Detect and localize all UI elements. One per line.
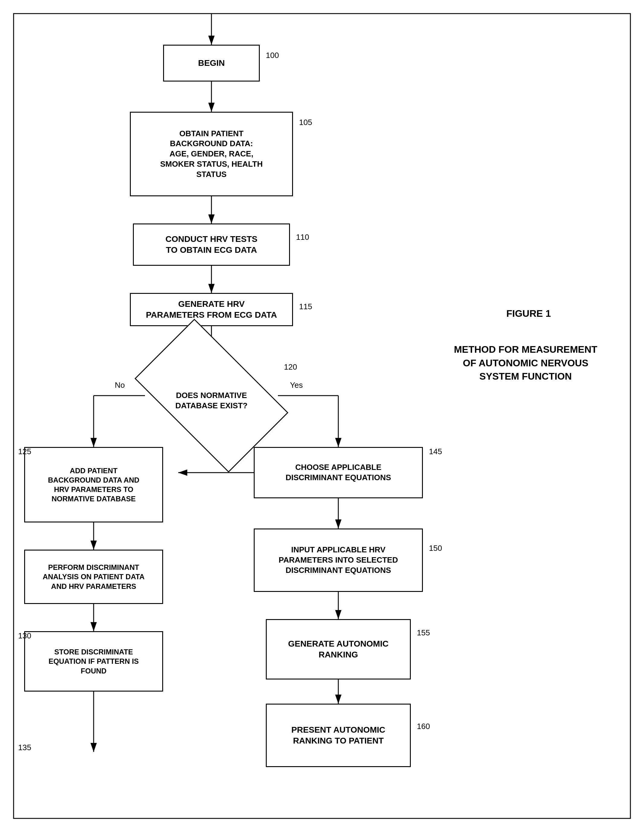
n115-box: GENERATE HRV PARAMETERS FROM ECG DATA: [130, 293, 293, 326]
ref-130: 130: [18, 631, 31, 640]
svg-rect-1: [14, 14, 630, 818]
n-discrim-box: PERFORM DISCRIMINANT ANALYSIS ON PATIENT…: [24, 550, 163, 604]
yes-label: Yes: [290, 381, 303, 390]
ref-150: 150: [429, 544, 442, 553]
diagram-container: BEGIN 100 OBTAIN PATIENT BACKGROUND DATA…: [0, 0, 644, 832]
n105-box: OBTAIN PATIENT BACKGROUND DATA: AGE, GEN…: [130, 112, 293, 196]
n155-box: GENERATE AUTONOMIC RANKING: [266, 619, 411, 680]
ref-115: 115: [299, 302, 312, 311]
ref-155: 155: [417, 628, 430, 637]
ref-135: 135: [18, 743, 31, 752]
figure-subtitle: METHOD FOR MEASUREMENT OF AUTONOMIC NERV…: [438, 329, 613, 383]
ref-105: 105: [299, 118, 312, 127]
n120-diamond: DOES NORMATIVE DATABASE EXIST?: [145, 354, 278, 438]
n125-box: ADD PATIENT BACKGROUND DATA AND HRV PARA…: [24, 447, 163, 522]
ref-145: 145: [429, 447, 442, 456]
n145-box: CHOOSE APPLICABLE DISCRIMINANT EQUATIONS: [254, 447, 423, 498]
ref-160: 160: [417, 722, 430, 731]
begin-box: BEGIN: [163, 45, 260, 82]
ref-125: 125: [18, 447, 31, 456]
ref-100: 100: [266, 51, 279, 60]
n110-box: CONDUCT HRV TESTS TO OBTAIN ECG DATA: [133, 224, 290, 266]
ref-110: 110: [296, 232, 309, 242]
no-label: No: [115, 381, 125, 390]
ref-120: 120: [284, 362, 297, 372]
n160-box: PRESENT AUTONOMIC RANKING TO PATIENT: [266, 704, 411, 767]
n130-box: STORE DISCRIMINATE EQUATION IF PATTERN I…: [24, 631, 163, 691]
figure-title: FIGURE 1: [453, 308, 604, 319]
n150-box: INPUT APPLICABLE HRV PARAMETERS INTO SEL…: [254, 528, 423, 592]
